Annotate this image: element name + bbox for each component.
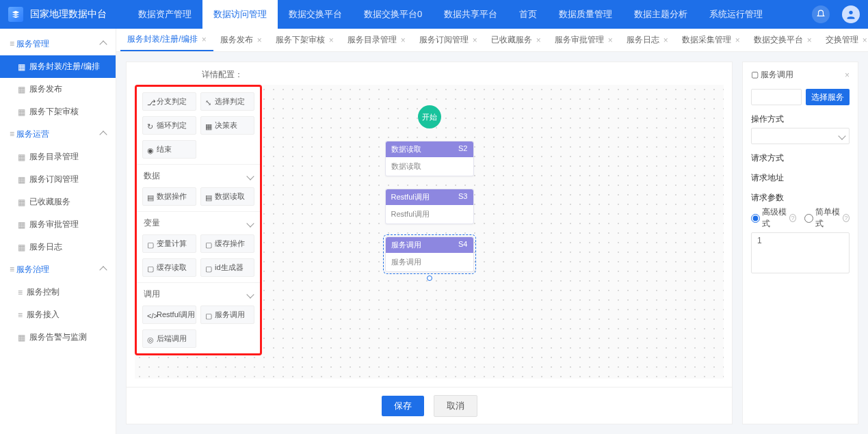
chevron-up-icon — [99, 266, 107, 273]
topnav-item-3[interactable]: 数据交换平台0 — [353, 0, 433, 29]
radio-advanced[interactable]: 高级模式? — [751, 206, 796, 230]
sidebar-item-catalog[interactable]: ▦服务目录管理 — [0, 146, 116, 168]
flow-node-restful[interactable]: Restful调用S3 Restful调用 — [385, 189, 474, 224]
tab-4[interactable]: 服务订阅管理× — [412, 29, 484, 51]
properties-panel: ▢ 服务调用 × 选择服务 操作方式 请求方式 请求地址 — [742, 62, 858, 424]
chevron-down-icon — [246, 219, 254, 227]
sidebar-item-label: 服务审批管理 — [29, 219, 79, 230]
palette-chip-data-read[interactable]: ▤数据读取 — [200, 187, 254, 206]
sidebar-item-service-publish[interactable]: ▦ 服务发布 — [0, 78, 116, 100]
close-icon[interactable]: × — [202, 35, 207, 44]
palette-chip-svc-call[interactable]: ▢服务调用 — [200, 306, 254, 324]
sidebar-item-subscribe[interactable]: ▦服务订阅管理 — [0, 168, 116, 191]
sidebar-item-service-off-audit[interactable]: ▦ 服务下架审核 — [0, 100, 116, 123]
svg-point-0 — [849, 11, 852, 14]
sidebar-item-label: 服务告警与监测 — [29, 331, 87, 343]
service-name-input[interactable] — [751, 89, 802, 105]
palette-chip-branch[interactable]: ⎇分支判定 — [142, 92, 196, 111]
close-icon[interactable]: × — [401, 36, 406, 45]
topnav-item-8[interactable]: 系统运行管理 — [698, 0, 774, 29]
palette-chip-backend[interactable]: ◎后端调用 — [142, 329, 196, 348]
save-button[interactable]: 保存 — [382, 396, 424, 416]
chevron-up-icon — [99, 131, 107, 138]
chevron-down-icon — [246, 172, 254, 180]
flow-start-node[interactable]: 开始 — [418, 105, 441, 128]
close-icon[interactable]: × — [735, 36, 740, 45]
close-icon[interactable]: × — [863, 36, 867, 45]
sidebar-item-control[interactable]: ≡服务控制 — [0, 281, 116, 303]
sidebar-group-service-ops[interactable]: ≡ 服务运营 — [0, 123, 116, 146]
sidebar-item-alert[interactable]: ▦服务告警与监测 — [0, 326, 116, 349]
tab-1[interactable]: 服务发布× — [213, 29, 269, 51]
detail-label: 详情配置： — [127, 62, 732, 85]
workspace: 详情配置： ⎇分支判定 ⤡选择判定 ↻循环判定 ▦决策表 ◉结束 — [116, 52, 868, 434]
topnav-item-0[interactable]: 数据资产管理 — [127, 0, 202, 29]
tab-2[interactable]: 服务下架审核× — [269, 29, 341, 51]
code-icon: </> — [147, 312, 154, 318]
sidebar-item-label: 服务下架审核 — [29, 106, 79, 118]
palette-chip-var-calc[interactable]: ▢变量计算 — [142, 234, 196, 253]
palette-section-vars[interactable]: 变量 — [137, 211, 260, 234]
flow-node-data-read[interactable]: 数据读取S2 数据读取 — [385, 141, 474, 176]
flow-canvas[interactable]: ⎇分支判定 ⤡选择判定 ↻循环判定 ▦决策表 ◉结束 数据 ▤数据操作 — [135, 85, 724, 379]
tab-8[interactable]: 数据采集管理× — [675, 29, 747, 51]
sidebar-group-label: 服务运营 — [16, 129, 49, 139]
palette-chip-loop[interactable]: ↻循环判定 — [142, 116, 196, 135]
flow-node-svc-call[interactable]: 服务调用S4 服务调用 — [385, 236, 474, 272]
params-textarea[interactable]: 1 — [751, 232, 850, 273]
sidebar-group-service-gov[interactable]: ≡ 服务治理 — [0, 258, 116, 281]
canvas-wrap: 详情配置： ⎇分支判定 ⤡选择判定 ↻循环判定 ▦决策表 ◉结束 — [126, 62, 733, 424]
tab-7[interactable]: 服务日志× — [620, 29, 675, 51]
select-service-button[interactable]: 选择服务 — [806, 89, 850, 105]
close-icon[interactable]: × — [257, 36, 262, 45]
tab-0[interactable]: 服务封装/注册/编排× — [120, 29, 213, 51]
palette-chip-decision[interactable]: ▦决策表 — [200, 116, 254, 135]
palette-chip-cache-op[interactable]: ▢缓存操作 — [200, 234, 254, 253]
palette-chip-end[interactable]: ◉结束 — [142, 140, 196, 159]
tab-5[interactable]: 已收藏服务× — [484, 29, 548, 51]
palette-section-data[interactable]: 数据 — [137, 164, 260, 187]
tab-9[interactable]: 数据交换平台× — [747, 29, 819, 51]
sidebar-group-service-mgmt[interactable]: ≡ 服务管理 — [0, 33, 116, 55]
palette-chip-restful[interactable]: </>Restful调用 — [142, 306, 196, 324]
op-mode-select[interactable] — [751, 128, 850, 144]
radio-simple[interactable]: 简单模式? — [804, 206, 850, 230]
close-icon[interactable]: × — [329, 36, 334, 45]
topnav-item-7[interactable]: 数据主题分析 — [623, 0, 698, 29]
topnav-item-5[interactable]: 首页 — [508, 0, 548, 29]
palette-chip-select[interactable]: ⤡选择判定 — [200, 92, 254, 111]
panel-title: 服务调用 — [761, 70, 793, 79]
chevron-down-icon — [838, 132, 845, 139]
sidebar-item-log[interactable]: ▦服务日志 — [0, 236, 116, 258]
close-icon[interactable]: × — [473, 36, 477, 45]
user-avatar-icon[interactable] — [842, 5, 860, 23]
palette-section-call[interactable]: 调用 — [137, 282, 260, 306]
close-icon[interactable]: × — [845, 70, 850, 80]
sidebar-item-approve[interactable]: ▦服务审批管理 — [0, 213, 116, 236]
tab-10[interactable]: 交换管理× — [819, 29, 868, 51]
topnav-item-6[interactable]: 数据质量管理 — [548, 0, 623, 29]
palette-chip-data-op[interactable]: ▤数据操作 — [142, 187, 196, 206]
sidebar-item-service-package[interactable]: ▦ 服务封装/注册/编排 — [0, 55, 116, 78]
sidebar-item-access[interactable]: ≡服务接入 — [0, 303, 116, 326]
tab-6[interactable]: 服务审批管理× — [548, 29, 620, 51]
close-icon[interactable]: × — [807, 36, 812, 45]
palette-chip-cache-read[interactable]: ▢缓存读取 — [142, 258, 196, 277]
topnav-item-4[interactable]: 数据共享平台 — [433, 0, 508, 29]
tab-3[interactable]: 服务目录管理× — [341, 29, 412, 51]
close-icon[interactable]: × — [663, 36, 668, 45]
sidebar-item-favorite[interactable]: ▦已收藏服务 — [0, 191, 116, 213]
notification-bell-icon[interactable] — [812, 5, 830, 23]
topnav-item-2[interactable]: 数据交换平台 — [278, 0, 353, 29]
help-icon[interactable]: ? — [843, 214, 850, 222]
close-icon[interactable]: × — [608, 36, 613, 45]
sidebar-group-label: 服务治理 — [16, 265, 49, 274]
chevron-up-icon — [99, 40, 107, 48]
cancel-button[interactable]: 取消 — [434, 395, 477, 417]
node-handle-icon[interactable] — [427, 275, 432, 281]
topnav-item-1[interactable]: 数据访问管理 — [202, 0, 278, 29]
palette-chip-id-gen[interactable]: ▢id生成器 — [200, 258, 254, 277]
branch-icon: ⎇ — [147, 98, 154, 105]
help-icon[interactable]: ? — [789, 214, 796, 222]
close-icon[interactable]: × — [536, 36, 541, 45]
